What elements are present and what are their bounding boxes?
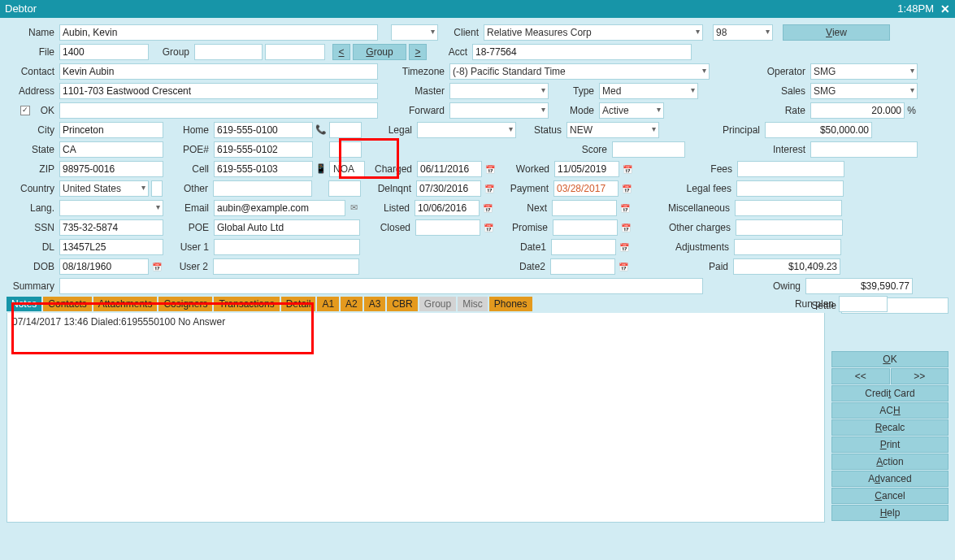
notes-panel[interactable]: 07/14/2017 13:46 Dialed:6195550100 No An…: [7, 313, 825, 523]
tab-a3[interactable]: A3: [364, 297, 386, 311]
calendar-icon[interactable]: [482, 203, 493, 213]
state-input[interactable]: [59, 141, 163, 158]
group-input-2[interactable]: [265, 44, 325, 60]
recalc-button[interactable]: Recalc: [831, 419, 948, 436]
credit-card-button[interactable]: Credit Card: [831, 385, 948, 402]
tab-transactions[interactable]: Transactions: [214, 297, 279, 311]
address-input[interactable]: [59, 83, 378, 99]
paid-input[interactable]: [733, 258, 840, 275]
group-input[interactable]: [194, 44, 263, 60]
calendar-icon[interactable]: [484, 164, 496, 174]
lang-select[interactable]: [59, 200, 163, 216]
cancel-button[interactable]: Cancel: [831, 488, 948, 504]
legal-select[interactable]: [417, 122, 516, 138]
closed-date-input[interactable]: [415, 219, 480, 236]
master-select[interactable]: [449, 83, 549, 99]
next-date-input[interactable]: [552, 200, 617, 216]
tab-detail[interactable]: Detail: [281, 297, 316, 311]
calendar-icon[interactable]: [622, 164, 633, 174]
runplan-input[interactable]: [839, 296, 888, 312]
worked-date-input[interactable]: [554, 161, 619, 177]
address2-input[interactable]: [59, 102, 378, 119]
date1-input[interactable]: [551, 239, 616, 255]
score-input[interactable]: [612, 141, 685, 158]
home-ext-input[interactable]: [329, 122, 362, 138]
name-suffix-select[interactable]: [391, 24, 438, 41]
client-number-select[interactable]: 98: [713, 24, 773, 41]
calendar-icon[interactable]: [483, 223, 494, 232]
email-input[interactable]: [214, 200, 345, 216]
mode-select[interactable]: Active: [599, 102, 664, 119]
payment-date-input[interactable]: [553, 180, 619, 197]
calendar-icon[interactable]: [151, 262, 163, 271]
advanced-button[interactable]: Advanced: [831, 471, 948, 487]
owing-input[interactable]: [805, 278, 913, 294]
tab-a1[interactable]: A1: [317, 297, 339, 311]
home-phone-input[interactable]: [214, 122, 313, 138]
file-input[interactable]: [59, 44, 149, 60]
rate-input[interactable]: [810, 102, 905, 119]
calendar-icon[interactable]: [620, 223, 632, 232]
promise-date-input[interactable]: [553, 219, 618, 236]
sales-select[interactable]: SMG: [810, 83, 918, 99]
status-select[interactable]: NEW: [566, 122, 659, 138]
delnqnt-date-input[interactable]: [416, 180, 481, 197]
tab-a2[interactable]: A2: [341, 297, 362, 311]
tab-cbr[interactable]: CBR: [387, 297, 417, 311]
next-record-button[interactable]: >>: [891, 368, 949, 384]
client-select[interactable]: Relative Measures Corp: [484, 24, 703, 41]
prev-record-button[interactable]: <<: [831, 368, 890, 384]
legalfees-input[interactable]: [736, 180, 844, 197]
nav-next-button[interactable]: >: [409, 44, 427, 60]
calendar-icon[interactable]: [619, 203, 631, 213]
zip-input[interactable]: [59, 161, 163, 177]
ssn-input[interactable]: [59, 219, 163, 236]
type-select[interactable]: Med: [599, 83, 698, 99]
summary-input[interactable]: [59, 278, 703, 294]
noa-cell[interactable]: NOA: [329, 161, 365, 177]
country-code-input[interactable]: [151, 180, 163, 197]
ach-button[interactable]: ACH: [831, 402, 948, 419]
date2-input[interactable]: [550, 258, 615, 275]
city-input[interactable]: [59, 122, 163, 138]
mail-icon[interactable]: ✉: [348, 202, 359, 213]
ok-button[interactable]: OK: [831, 351, 948, 367]
nav-prev-button[interactable]: <: [332, 44, 350, 60]
country-select[interactable]: United States: [59, 180, 149, 197]
charged-date-input[interactable]: [417, 161, 482, 177]
listed-date-input[interactable]: [415, 200, 480, 216]
tab-cosigners[interactable]: Cosigners: [158, 297, 212, 311]
tab-phones[interactable]: Phones: [489, 297, 532, 311]
cell-phone-input[interactable]: [214, 161, 313, 177]
fees-input[interactable]: [737, 161, 844, 177]
operator-select[interactable]: SMG: [810, 63, 918, 80]
print-button[interactable]: Print: [831, 436, 948, 453]
poe-input[interactable]: [214, 219, 360, 236]
calendar-icon[interactable]: [619, 242, 630, 252]
close-icon[interactable]: ✕: [940, 0, 950, 18]
other-phone-input[interactable]: [213, 180, 312, 197]
timezone-select[interactable]: (-8) Pacific Standard Time: [449, 63, 710, 80]
poenum-ext-input[interactable]: [329, 141, 362, 158]
principal-input[interactable]: [765, 122, 872, 138]
user1-input[interactable]: [214, 239, 360, 255]
action-button[interactable]: Action: [831, 454, 948, 470]
forward-select[interactable]: [449, 102, 549, 119]
ok-checkbox[interactable]: ✓: [20, 106, 30, 115]
tab-misc[interactable]: Misc: [458, 297, 488, 311]
othercharges-input[interactable]: [736, 219, 843, 236]
tab-group[interactable]: Group: [419, 297, 456, 311]
name-input[interactable]: [59, 24, 378, 41]
adjustments-input[interactable]: [734, 239, 841, 255]
calendar-icon[interactable]: [618, 262, 629, 271]
other-ext-input[interactable]: [328, 180, 361, 197]
tab-notes[interactable]: Notes: [7, 297, 41, 311]
poenum-input[interactable]: [214, 141, 313, 158]
calendar-icon[interactable]: [484, 184, 495, 193]
dl-input[interactable]: [59, 239, 163, 255]
misc-input[interactable]: [735, 200, 842, 216]
interest-input[interactable]: [810, 141, 918, 158]
user2-input[interactable]: [213, 258, 359, 275]
acct-input[interactable]: [472, 44, 692, 60]
tab-contacts[interactable]: Contacts: [43, 297, 91, 311]
